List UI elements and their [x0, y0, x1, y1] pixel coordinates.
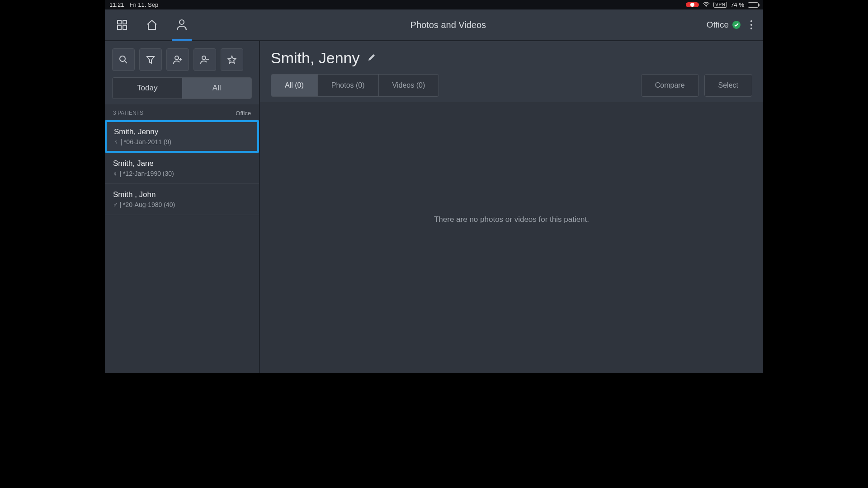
select-button[interactable]: Select — [704, 74, 752, 97]
patient-item[interactable]: Smith , John♂ | *20-Aug-1980 (40) — [105, 184, 259, 215]
more-menu[interactable] — [749, 17, 754, 33]
patient-item-meta: ♀ | *12-Jan-1990 (30) — [113, 170, 251, 177]
segment-today[interactable]: Today — [113, 78, 182, 99]
svg-point-6 — [120, 56, 125, 61]
tab-all[interactable]: All (0) — [271, 75, 318, 96]
filter-button[interactable] — [139, 48, 162, 71]
patient-item-name: Smith , John — [113, 190, 251, 199]
screen-record-indicator[interactable] — [686, 2, 699, 7]
segment-all[interactable]: All — [182, 78, 252, 99]
svg-point-8 — [175, 56, 179, 60]
wifi-icon — [703, 2, 710, 8]
battery-icon — [748, 2, 759, 8]
patient-item-meta: ♂ | *20-Aug-1980 (40) — [113, 201, 251, 208]
svg-rect-1 — [118, 20, 121, 24]
svg-rect-2 — [123, 20, 127, 24]
record-dot-icon — [690, 3, 694, 7]
search-button[interactable] — [112, 48, 135, 71]
svg-rect-4 — [123, 26, 127, 29]
compare-button[interactable]: Compare — [641, 74, 699, 97]
location-label: Office — [236, 110, 251, 117]
patient-list: Smith, Jenny♀ | *06-Jan-2011 (9)Smith, J… — [105, 120, 259, 373]
content-area: Smith, Jenny All (0) Photos (0) Videos (… — [260, 41, 763, 373]
account-label[interactable]: Office — [707, 20, 741, 30]
patient-list-header: 3 PATIENTS Office — [105, 104, 259, 120]
status-date: Fri 11. Sep — [130, 1, 159, 8]
patient-item-name: Smith, Jane — [113, 159, 251, 168]
patient-item[interactable]: Smith, Jane♀ | *12-Jan-1990 (30) — [105, 153, 259, 184]
status-time: 11:21 — [109, 1, 124, 8]
status-bar: 11:21 Fri 11. Sep VPN 74 % — [105, 0, 763, 9]
media-type-tabs: All (0) Photos (0) Videos (0) — [271, 74, 439, 97]
patient-sidebar: Today All 3 PATIENTS Office Smith, Jenny… — [105, 41, 260, 373]
edit-icon[interactable] — [367, 53, 376, 64]
nav-grid[interactable] — [114, 9, 130, 41]
tab-videos[interactable]: Videos (0) — [379, 75, 439, 96]
favorite-button[interactable] — [221, 48, 243, 71]
svg-rect-3 — [118, 26, 121, 29]
app-header: Photos and Videos Office — [105, 9, 763, 41]
patient-filter-segment: Today All — [112, 77, 252, 99]
nav-patient[interactable] — [174, 9, 190, 41]
svg-point-11 — [202, 56, 206, 60]
svg-point-5 — [179, 20, 184, 24]
vpn-indicator: VPN — [713, 2, 727, 8]
svg-point-0 — [706, 6, 707, 7]
patient-item[interactable]: Smith, Jenny♀ | *06-Jan-2011 (9) — [105, 120, 259, 153]
empty-state: There are no photos or videos for this p… — [434, 215, 589, 224]
nav-home[interactable] — [144, 9, 160, 41]
patient-count: 3 PATIENTS — [113, 110, 143, 117]
patient-item-name: Smith, Jenny — [114, 127, 250, 136]
battery-percent: 74 % — [731, 1, 744, 8]
add-patient-button[interactable] — [166, 48, 189, 71]
remove-patient-button[interactable] — [193, 48, 216, 71]
patient-item-meta: ♀ | *06-Jan-2011 (9) — [114, 138, 250, 145]
tab-photos[interactable]: Photos (0) — [318, 75, 379, 96]
svg-line-7 — [125, 61, 127, 63]
current-patient-name: Smith, Jenny — [271, 49, 360, 67]
page-title: Photos and Videos — [190, 20, 707, 30]
check-circle-icon — [732, 21, 741, 29]
